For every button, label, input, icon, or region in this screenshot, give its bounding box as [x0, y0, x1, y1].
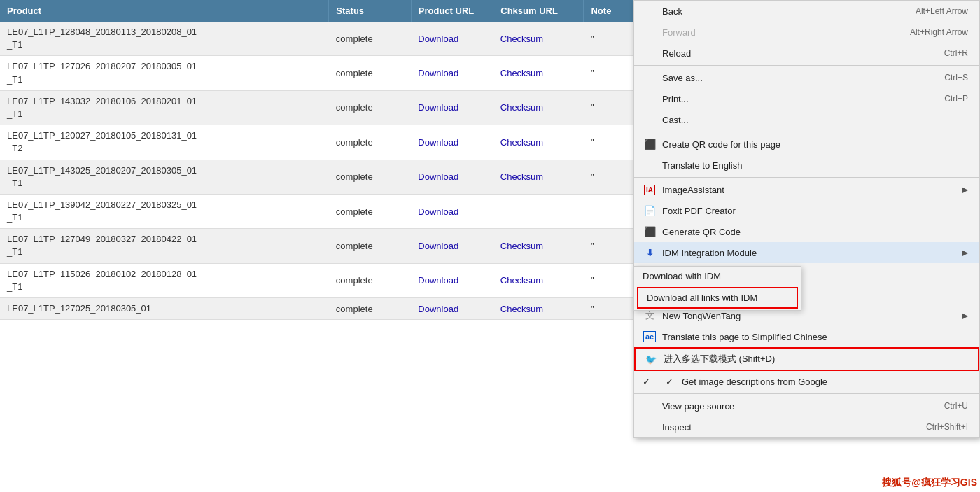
- ctx-item-qr-code[interactable]: ⬛Create QR code for this page: [634, 134, 979, 155]
- idm-submenu-item-download-all-idm[interactable]: Download all links with IDM: [637, 287, 798, 309]
- checksum-cell[interactable]: Checksum: [493, 160, 584, 194]
- download-cell[interactable]: Download: [411, 56, 493, 90]
- checksum-cell[interactable]: Checksum: [493, 263, 584, 297]
- generate-qr-label: Generate QR Code: [662, 227, 741, 237]
- idm-integration-label: IDM Integration Module: [662, 248, 757, 258]
- download-cell[interactable]: Download: [411, 229, 493, 263]
- ctx-item-multi-download[interactable]: 🐦进入多选下载模式 (Shift+D): [634, 347, 979, 371]
- note-cell: ": [584, 22, 634, 56]
- multi-download-label: 进入多选下载模式 (Shift+D): [664, 353, 775, 365]
- checksum-cell[interactable]: Checksum: [493, 125, 584, 160]
- ctx-item-inspect[interactable]: InspectCtrl+Shift+I: [634, 416, 979, 437]
- cast-label: Cast...: [662, 115, 689, 125]
- ctx-item-translate[interactable]: Translate to English: [634, 155, 979, 176]
- download-cell[interactable]: Download: [411, 160, 493, 194]
- checksum-link[interactable]: Checksum: [500, 102, 543, 113]
- checksum-cell[interactable]: Checksum: [493, 56, 584, 90]
- checksum-cell[interactable]: [493, 194, 584, 228]
- ctx-item-idm-integration[interactable]: ⬇IDM Integration Module▶: [634, 242, 979, 263]
- col-status: Status: [329, 0, 411, 22]
- checksum-link[interactable]: Checksum: [500, 241, 543, 251]
- download-link[interactable]: Download: [418, 102, 458, 113]
- col-product-url: Product URL: [411, 0, 493, 22]
- download-link[interactable]: Download: [418, 275, 458, 286]
- product-cell: LE07_L1TP_120027_20180105_20180131_01_T2: [0, 125, 329, 160]
- download-cell[interactable]: Download: [411, 263, 493, 297]
- checksum-cell[interactable]: Checksum: [493, 229, 584, 263]
- save-as-shortcut: Ctrl+S: [923, 73, 968, 83]
- ctx-item-cast[interactable]: Cast...: [634, 109, 979, 130]
- foxit-label: Foxit PDF Creator: [662, 206, 736, 216]
- note-cell: ": [584, 90, 634, 125]
- checksum-link[interactable]: Checksum: [500, 68, 543, 78]
- translate-icon: [643, 158, 657, 172]
- status-cell: complete: [329, 90, 411, 125]
- download-cell[interactable]: Download: [411, 125, 493, 160]
- checksum-link[interactable]: Checksum: [500, 304, 543, 314]
- print-label: Print...: [662, 94, 689, 104]
- download-cell[interactable]: Download: [411, 298, 493, 320]
- separator: [634, 65, 979, 66]
- ctx-item-translate-simplified[interactable]: aeTranslate this page to Simplified Chin…: [634, 326, 979, 347]
- ctx-item-print[interactable]: Print...Ctrl+P: [634, 88, 979, 109]
- checksum-cell[interactable]: Checksum: [493, 90, 584, 125]
- translate-simplified-icon: ae: [643, 330, 657, 344]
- checksum-cell[interactable]: Checksum: [493, 298, 584, 320]
- idm-integration-arrow: ▶: [962, 248, 968, 258]
- inspect-icon: [643, 420, 657, 434]
- download-link[interactable]: Download: [418, 206, 458, 217]
- download-link[interactable]: Download: [418, 68, 458, 78]
- download-link[interactable]: Download: [418, 137, 458, 148]
- download-with-idm-label: Download with IDM: [643, 271, 721, 281]
- cast-icon: [643, 113, 657, 127]
- status-cell: complete: [329, 194, 411, 228]
- status-cell: complete: [329, 56, 411, 90]
- translate-label: Translate to English: [662, 160, 742, 171]
- table-row: LE07_L1TP_139042_20180227_20180325_01_T1…: [0, 194, 634, 228]
- download-cell[interactable]: Download: [411, 90, 493, 125]
- download-link[interactable]: Download: [418, 34, 458, 44]
- ctx-item-generate-qr[interactable]: ⬛Generate QR Code: [634, 221, 979, 242]
- ctx-item-view-source[interactable]: View page sourceCtrl+U: [634, 395, 979, 416]
- check-mark: ✓: [643, 377, 657, 387]
- table-row: LE07_L1TP_127025_20180305_01 complete Do…: [0, 298, 634, 320]
- status-cell: complete: [329, 298, 411, 320]
- table-row: LE07_L1TP_127049_20180327_20180422_01_T1…: [0, 229, 634, 263]
- ctx-item-reload[interactable]: ReloadCtrl+R: [634, 43, 979, 64]
- print-shortcut: Ctrl+P: [923, 94, 968, 104]
- checksum-link[interactable]: Checksum: [500, 34, 543, 44]
- product-cell: LE07_L1TP_143032_20180106_20180201_01_T1: [0, 90, 329, 125]
- checksum-link[interactable]: Checksum: [500, 137, 543, 148]
- ctx-item-save-as[interactable]: Save as...Ctrl+S: [634, 67, 979, 88]
- table-row: LE07_L1TP_120027_20180105_20180131_01_T2…: [0, 125, 634, 160]
- image-assistant-icon: IA: [643, 183, 657, 197]
- download-link[interactable]: Download: [418, 171, 458, 182]
- status-cell: complete: [329, 263, 411, 297]
- status-cell: complete: [329, 22, 411, 56]
- qr-code-icon: ⬛: [643, 137, 657, 151]
- checksum-link[interactable]: Checksum: [500, 171, 543, 182]
- watermark: 搜狐号@疯狂学习GIS: [882, 477, 977, 489]
- checksum-link[interactable]: Checksum: [500, 275, 543, 286]
- idm-submenu-item-download-with-idm[interactable]: Download with IDM: [634, 267, 801, 286]
- print-icon: [643, 92, 657, 106]
- translate-simplified-label: Translate this page to Simplified Chines…: [662, 332, 827, 342]
- forward-label: Forward: [662, 27, 696, 38]
- image-assistant-label: ImageAssistant: [662, 185, 724, 195]
- inspect-label: Inspect: [662, 422, 692, 433]
- download-cell[interactable]: Download: [411, 194, 493, 228]
- generate-qr-icon: ⬛: [643, 225, 657, 239]
- col-note: Note: [584, 0, 634, 22]
- download-cell[interactable]: Download: [411, 22, 493, 56]
- ctx-item-forward[interactable]: ForwardAlt+Right Arrow: [634, 22, 979, 43]
- ctx-item-image-desc[interactable]: ✓✓Get image descriptions from Google: [634, 371, 979, 392]
- col-product: Product: [0, 0, 329, 22]
- download-link[interactable]: Download: [418, 241, 458, 251]
- image-desc-icon: ✓: [662, 374, 676, 388]
- ctx-item-foxit[interactable]: 📄Foxit PDF Creator: [634, 200, 979, 221]
- download-link[interactable]: Download: [418, 304, 458, 314]
- ctx-item-back[interactable]: BackAlt+Left Arrow: [634, 1, 979, 22]
- checksum-cell[interactable]: Checksum: [493, 22, 584, 56]
- tong-wen-tang-icon: 文: [643, 309, 657, 323]
- ctx-item-image-assistant[interactable]: IAImageAssistant▶: [634, 179, 979, 200]
